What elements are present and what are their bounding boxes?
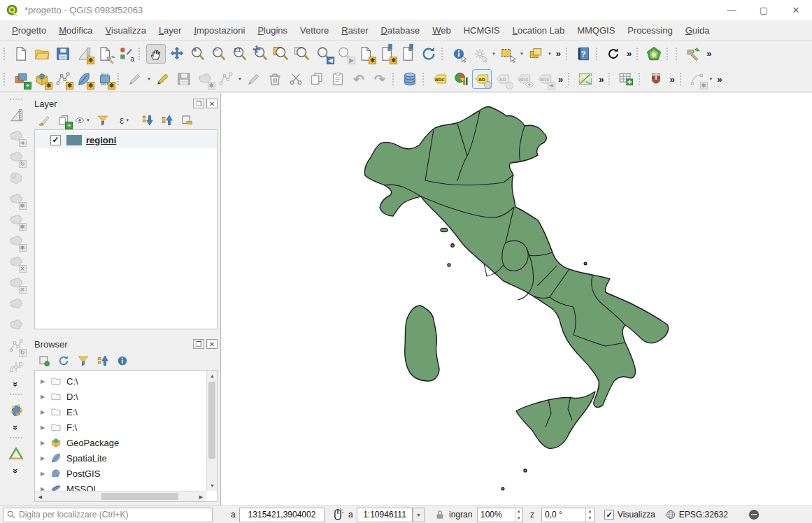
toolbar-overflow[interactable]: » [556,48,561,59]
split-features-button[interactable]: ↻ [6,336,26,356]
menu-vettore[interactable]: Vettore [294,22,335,38]
simplify-feature-button[interactable] [6,169,26,188]
action-caret[interactable]: ▼ [492,52,496,56]
toolbar-grip[interactable] [639,73,642,85]
toolbar-grip[interactable] [3,73,7,85]
vector-tools-button[interactable] [683,44,703,64]
menu-mmqgis[interactable]: MMQGIS [571,22,621,38]
bookmark-manager-button[interactable] [398,44,418,64]
scale-input[interactable] [357,510,412,520]
modify-attributes-button[interactable] [244,69,264,89]
browser-item-d-drive[interactable]: ▶D:\ [35,389,206,404]
messages-button[interactable] [748,508,760,521]
toolbar-grip[interactable] [680,73,683,85]
new-geopackage-button[interactable]: ✱ [32,69,52,89]
minimize-button[interactable]: — [715,0,748,21]
toolbar-grip[interactable] [676,48,679,60]
toolbar-grip[interactable] [608,73,612,85]
browser-item-mssql[interactable]: ▶MSSQL [35,481,206,491]
menu-database[interactable]: Database [375,22,427,38]
menu-raster[interactable]: Raster [335,22,374,38]
toolbar-grip[interactable] [422,73,426,85]
new-virtual-layer-button[interactable]: ✱ [95,69,115,89]
toolbar-overflow[interactable]: » [599,74,604,85]
crs-label[interactable]: EPSG:32632 [679,510,728,520]
offset-curve-button[interactable] [6,315,26,335]
toolbar-overflow[interactable]: » [10,382,21,387]
reshape-features-button[interactable] [6,294,26,314]
measure-geometry-button[interactable] [6,106,26,125]
browser-item-spatialite[interactable]: ▶SpatiaLite [35,450,206,466]
menu-hcmgis[interactable]: HCMGIS [457,22,506,38]
rotate-feature-button[interactable]: ↻ [6,148,26,167]
toolbar-grip[interactable] [566,48,569,60]
rotation-input[interactable] [542,510,585,520]
highlight-labels-button[interactable]: abc [514,69,534,89]
scroll-down-button[interactable]: ▼ [207,480,218,491]
menu-layer[interactable]: Layer [152,22,188,38]
magnifier-box[interactable]: ▲▼ [477,508,523,522]
layer-diagram-button[interactable] [451,69,471,89]
zoom-in-button[interactable]: + [188,44,208,64]
browser-filter-button[interactable] [75,352,92,369]
db-manager-button[interactable] [400,69,420,89]
toolbar-grip[interactable] [10,437,22,440]
scroll-right-button[interactable]: ▶ [196,492,206,502]
layer-checkbox[interactable]: ✓ [50,135,61,145]
browser-item-c-drive[interactable]: ▶C:\ [35,373,206,389]
vertex-caret[interactable]: ▼ [238,77,242,81]
coordinate-box[interactable] [239,508,325,522]
toolbar-overflow[interactable]: » [706,48,711,59]
show-bookmarks-button[interactable]: ✱ [377,44,397,64]
style-manager-button[interactable]: a [116,44,136,64]
open-layer-styling-button[interactable] [36,112,52,129]
menu-impostazioni[interactable]: Impostazioni [187,22,251,38]
reload-button[interactable] [604,44,623,64]
lock-scale-button[interactable] [434,509,446,520]
manage-visibility-button[interactable]: ▼ [75,112,92,129]
browser-item-e-drive[interactable]: ▶E:\ [35,404,206,420]
toolbar-grip[interactable] [636,48,640,60]
extents-button[interactable] [332,508,344,521]
browser-collapse-all-button[interactable] [94,352,111,369]
zoom-to-layer-button[interactable] [293,44,313,64]
toolbar-grip[interactable] [596,48,599,60]
menu-processing[interactable]: Processing [621,22,678,38]
map-canvas[interactable] [220,93,812,506]
filter-legend-button[interactable] [94,112,111,129]
labeling-options-button[interactable]: ab [472,69,492,89]
float-panel-button[interactable]: ❐ [193,339,204,349]
move-feature-button[interactable]: ➜ [6,127,26,146]
check-geometries-button[interactable] [6,401,26,420]
delete-part-button[interactable]: ✕ [6,273,26,293]
tracing-caret[interactable]: ▼ [709,77,713,81]
toolbar-grip[interactable] [392,73,396,85]
deselect-caret[interactable]: ▼ [548,52,552,56]
open-project-button[interactable] [32,44,52,64]
close-panel-button[interactable]: ✕ [206,339,218,349]
tracing-button[interactable]: ✱ [688,69,707,89]
vertex-tool-button[interactable] [6,357,26,377]
crs-button[interactable] [665,509,676,520]
add-group-button[interactable]: + [55,112,72,129]
zoom-native-button[interactable]: 1:1 [230,44,250,64]
menu-location-lab[interactable]: Location Lab [506,22,571,38]
browser-refresh-button[interactable] [55,352,72,369]
toolbar-grip[interactable] [117,73,121,85]
close-button[interactable]: ✕ [780,0,812,21]
menu-progetto[interactable]: Progetto [6,22,52,38]
browser-item-f-drive[interactable]: ▶F:\ [35,420,206,435]
new-shapefile-button[interactable]: ✱ [53,69,73,89]
scroll-left-button[interactable]: ◀ [35,492,45,502]
scrollbar-thumb[interactable] [101,493,178,500]
menu-plugins[interactable]: Plugins [251,22,294,38]
menu-visualizza[interactable]: Visualizza [99,22,152,38]
copy-features-button[interactable] [307,69,327,89]
toolbar-overflow[interactable]: » [669,74,674,85]
pin-labels-button[interactable]: ab [493,69,513,89]
layer-item-regioni[interactable]: ✓ regioni [35,131,217,148]
pan-map-button[interactable] [146,44,166,64]
paste-features-button[interactable] [328,69,348,89]
toolbar-grip[interactable] [667,48,670,60]
float-panel-button[interactable]: ❐ [193,99,204,108]
